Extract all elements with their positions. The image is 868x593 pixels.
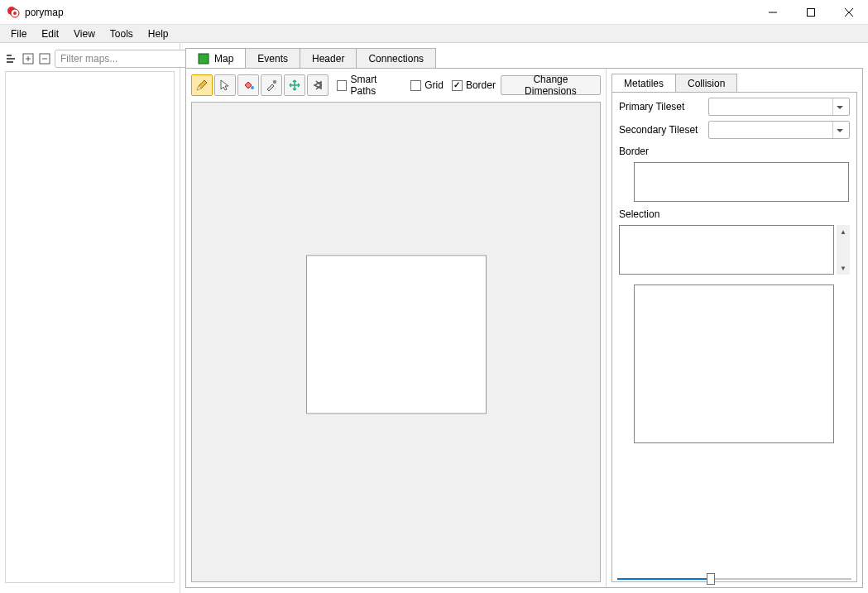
- map-canvas-area[interactable]: [191, 102, 601, 582]
- border-label: Border: [466, 79, 496, 91]
- secondary-tileset-combo[interactable]: [708, 121, 850, 139]
- secondary-tileset-label: Secondary Tileset: [619, 124, 703, 136]
- svg-rect-8: [7, 58, 15, 60]
- filter-maps-input[interactable]: [55, 50, 190, 68]
- tab-connections[interactable]: Connections: [356, 48, 436, 68]
- map-toolbar: Smart Paths Grid Border Change Dimension…: [191, 74, 601, 97]
- tab-content: Smart Paths Grid Border Change Dimension…: [185, 68, 863, 588]
- right-panel: Metatiles Collision Primary Tileset Seco…: [606, 69, 862, 587]
- window-controls: [754, 0, 868, 25]
- menubar: File Edit View Tools Help: [0, 25, 868, 43]
- zoom-slider[interactable]: [617, 576, 851, 581]
- scroll-up-icon[interactable]: ▲: [837, 225, 850, 238]
- collapse-all-icon[interactable]: [38, 50, 51, 67]
- move-tool[interactable]: [284, 74, 305, 96]
- selection-scrollbar[interactable]: ▲ ▼: [837, 225, 850, 275]
- zoom-slider-thumb[interactable]: [707, 573, 715, 585]
- map-shift-tool[interactable]: [307, 74, 328, 96]
- map-list-panel: [0, 43, 180, 593]
- selection-box[interactable]: [619, 225, 834, 275]
- secondary-tileset-dropdown-icon[interactable]: [832, 122, 849, 138]
- paint-tools: [191, 74, 328, 96]
- svg-rect-9: [7, 61, 13, 63]
- map-list-toolbar: [5, 50, 175, 68]
- svg-point-2: [13, 12, 17, 15]
- tab-collision[interactable]: Collision: [675, 74, 737, 92]
- border-toggle[interactable]: Border: [452, 79, 496, 91]
- tab-metatiles[interactable]: Metatiles: [611, 74, 676, 92]
- svg-rect-7: [7, 55, 12, 56]
- smart-paths-toggle[interactable]: Smart Paths: [337, 74, 402, 97]
- change-dimensions-button[interactable]: Change Dimensions: [501, 75, 601, 95]
- map-canvas[interactable]: [306, 255, 487, 414]
- tab-events-label: Events: [257, 53, 288, 65]
- menu-help[interactable]: Help: [141, 26, 176, 41]
- sort-maps-icon[interactable]: [5, 50, 18, 67]
- body: Map Events Header Connections: [0, 43, 868, 593]
- tab-map[interactable]: Map: [185, 48, 246, 68]
- selection-area: ▲ ▼: [619, 225, 850, 280]
- border-checkbox[interactable]: [452, 80, 463, 91]
- svg-point-16: [251, 86, 254, 89]
- pointer-tool[interactable]: [214, 74, 236, 96]
- tab-header[interactable]: Header: [300, 48, 357, 68]
- grid-toggle[interactable]: Grid: [410, 79, 444, 91]
- tab-connections-label: Connections: [368, 53, 424, 65]
- pencil-tool[interactable]: [191, 74, 213, 96]
- zoom-slider-track: [711, 578, 851, 580]
- minimize-button[interactable]: [754, 0, 792, 25]
- right-tabs: Metatiles Collision: [611, 74, 857, 92]
- maximize-button[interactable]: [792, 0, 830, 25]
- center-panel: Map Events Header Connections: [180, 43, 868, 593]
- primary-tileset-label: Primary Tileset: [619, 101, 703, 112]
- primary-tileset-dropdown-icon[interactable]: [832, 98, 849, 115]
- tab-map-label: Map: [214, 53, 233, 65]
- primary-tileset-row: Primary Tileset: [619, 98, 850, 116]
- menu-tools[interactable]: Tools: [103, 26, 141, 41]
- selection-section-label: Selection: [619, 208, 850, 220]
- eyedropper-tool[interactable]: [261, 74, 282, 96]
- menu-file[interactable]: File: [3, 26, 34, 41]
- metatiles-panel: Primary Tileset Secondary Tileset: [611, 92, 857, 582]
- secondary-tileset-row: Secondary Tileset: [619, 121, 850, 139]
- expand-all-icon[interactable]: [22, 50, 35, 67]
- map-tree[interactable]: [5, 71, 175, 583]
- map-editor: Smart Paths Grid Border Change Dimension…: [186, 69, 606, 587]
- grid-checkbox[interactable]: [410, 80, 421, 91]
- svg-rect-15: [199, 54, 209, 64]
- menu-view[interactable]: View: [66, 26, 103, 41]
- zoom-slider-fill: [617, 578, 711, 580]
- border-section-label: Border: [619, 146, 850, 157]
- grid-label: Grid: [424, 79, 444, 91]
- bucket-fill-tool[interactable]: [237, 74, 259, 96]
- main-tabs: Map Events Header Connections: [185, 48, 863, 68]
- border-metatiles-box[interactable]: [634, 162, 849, 202]
- close-button[interactable]: [830, 0, 868, 25]
- primary-tileset-combo[interactable]: [708, 98, 850, 116]
- window-title: porymap: [25, 7, 64, 18]
- app-logo-icon: [7, 6, 20, 19]
- smart-paths-checkbox[interactable]: [337, 80, 347, 91]
- metatile-palette-area: [619, 285, 850, 573]
- scroll-down-icon[interactable]: ▼: [837, 261, 850, 275]
- titlebar: porymap: [0, 0, 868, 25]
- tab-collision-label: Collision: [688, 78, 725, 89]
- svg-rect-4: [808, 9, 815, 17]
- map-tab-icon: [198, 53, 209, 65]
- menu-edit[interactable]: Edit: [34, 26, 66, 41]
- smart-paths-label: Smart Paths: [350, 74, 402, 97]
- tab-events[interactable]: Events: [245, 48, 300, 68]
- tab-metatiles-label: Metatiles: [624, 78, 664, 89]
- svg-rect-17: [273, 80, 276, 84]
- metatile-palette[interactable]: [634, 285, 834, 443]
- tab-header-label: Header: [312, 53, 344, 65]
